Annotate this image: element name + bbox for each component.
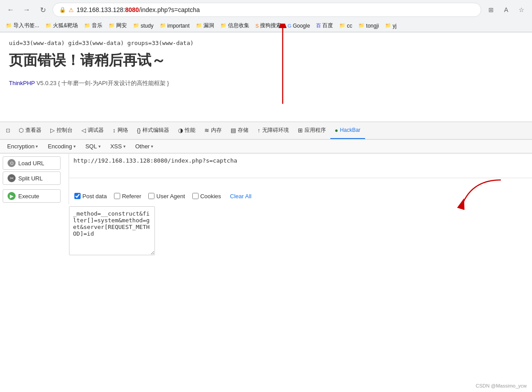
tab-storage[interactable]: ▤ 存储 xyxy=(226,122,253,139)
devtools-bar: ⊡ ⬡ 查看器 ▷ 控制台 ◁ 调试器 ↕ 网络 {} 样式编辑器 ◑ 性能 ≋… xyxy=(0,122,532,139)
option-cookies[interactable]: Cookies xyxy=(192,193,221,200)
bookmark-netsec[interactable]: 📁 网安 xyxy=(106,21,129,30)
load-url-button[interactable]: ⊙ Load URL xyxy=(3,156,61,170)
page-framework-info: ThinkPHP V5.0.23 { 十年磨一剑-为API开发设计的高性能框架 … xyxy=(9,79,523,87)
option-referer[interactable]: Referer xyxy=(114,193,141,200)
folder-icon-3: 📁 xyxy=(84,23,90,29)
folder-icon-2: 📁 xyxy=(45,23,52,29)
debugger-icon: ◁ xyxy=(81,127,86,134)
hackbar-left-buttons: ⊙ Load URL ✂ Split URL xyxy=(0,154,69,188)
hackbar-menu: Encryption ▾ Encoding ▾ SQL ▾ XSS ▾ Othe… xyxy=(0,140,532,153)
tab-debugger[interactable]: ◁ 调试器 xyxy=(77,122,108,139)
hackbar-icon: ● xyxy=(335,127,338,134)
bookmark-study[interactable]: 📁 study xyxy=(131,22,156,30)
url-port: 8080 xyxy=(125,6,139,13)
folder-icon-5: 📁 xyxy=(133,23,139,29)
bookmark-baidu[interactable]: 百 百度 xyxy=(314,21,335,30)
menu-other[interactable]: Other ▾ xyxy=(132,142,157,151)
console-icon: ▷ xyxy=(50,127,55,134)
error-info: uid=33(www-data) gid=33(www-data) groups… xyxy=(9,40,523,46)
bookmark-info[interactable]: 📁 信息收集 xyxy=(218,21,252,30)
baidu-icon: 百 xyxy=(316,22,321,29)
performance-icon: ◑ xyxy=(178,127,183,134)
post-data-area xyxy=(69,204,532,259)
split-url-button[interactable]: ✂ Split URL xyxy=(3,172,61,185)
post-spacer xyxy=(0,204,69,259)
forward-button[interactable]: → xyxy=(20,4,33,16)
storage-icon: ▤ xyxy=(231,127,236,134)
folder-icon-7: 📁 xyxy=(196,23,202,29)
folder-icon-4: 📁 xyxy=(109,23,115,29)
bookmark-important[interactable]: 📁 important xyxy=(158,22,192,30)
menu-xss[interactable]: XSS ▾ xyxy=(107,142,129,151)
menu-encoding[interactable]: Encoding ▾ xyxy=(44,142,79,151)
bookmark-yj[interactable]: 📁 yj xyxy=(383,22,399,30)
url-text: 192.168.133.128:8080/index.php?s=captcha xyxy=(77,6,475,13)
bookmark-google[interactable]: G Google xyxy=(285,22,312,30)
bookmark-import[interactable]: 📁 导入书签... xyxy=(4,21,41,30)
tab-memory[interactable]: ≋ 内存 xyxy=(200,122,226,139)
red-arrow-up xyxy=(276,24,289,114)
other-dropdown-icon: ▾ xyxy=(151,144,153,149)
url-input[interactable] xyxy=(69,154,532,178)
user-agent-checkbox[interactable] xyxy=(148,193,154,199)
hackbar-url-wrapper: ⊙ Load URL ✂ Split URL xyxy=(0,153,532,188)
address-bar[interactable]: 🔒 ⚠ 192.168.133.128:8080/index.php?s=cap… xyxy=(53,3,481,17)
thinkphp-link[interactable]: ThinkPHP xyxy=(9,80,35,86)
execute-button[interactable]: ▶ Execute xyxy=(3,189,61,203)
watermark: CSDN @Massimo_ycw xyxy=(476,383,527,388)
tab-style-editor[interactable]: {} 样式编辑器 xyxy=(133,122,174,139)
encryption-dropdown-icon: ▾ xyxy=(36,144,38,149)
page-content: uid=33(www-data) gid=33(www-data) groups… xyxy=(0,33,532,122)
bookmark-cc[interactable]: 📁 cc xyxy=(337,22,354,30)
clear-all-button[interactable]: Clear All xyxy=(230,193,252,200)
menu-sql[interactable]: SQL ▾ xyxy=(82,142,104,151)
extensions-button[interactable]: ⊞ xyxy=(485,4,497,16)
menu-encryption[interactable]: Encryption ▾ xyxy=(4,142,41,151)
xss-dropdown-icon: ▾ xyxy=(123,144,126,149)
application-icon: ⊞ xyxy=(298,127,303,134)
hackbar-panel: Encryption ▾ Encoding ▾ SQL ▾ XSS ▾ Othe… xyxy=(0,139,532,259)
folder-icon-9: 📁 xyxy=(339,23,345,29)
memory-icon: ≋ xyxy=(204,127,209,134)
post-data-input[interactable] xyxy=(69,206,155,255)
folder-icon-10: 📁 xyxy=(358,23,365,29)
folder-icon-8: 📁 xyxy=(220,23,227,29)
encoding-dropdown-icon: ▾ xyxy=(73,144,76,149)
option-post-data[interactable]: Post data xyxy=(74,193,107,200)
option-user-agent[interactable]: User Agent xyxy=(148,193,185,200)
bookmark-button[interactable]: ☆ xyxy=(515,4,528,16)
execute-btn-area: ▶ Execute xyxy=(0,188,69,204)
browser-chrome: ← → ↻ 🔒 ⚠ 192.168.133.128:8080/index.php… xyxy=(0,0,532,33)
arrow-svg-up xyxy=(276,24,289,113)
hackbar-options: Post data Referer User Agent Cookies Cle… xyxy=(69,190,532,202)
warning-icon: ⚠ xyxy=(69,7,74,13)
referer-checkbox[interactable] xyxy=(114,193,120,199)
translate-button[interactable]: A xyxy=(500,4,512,16)
bookmark-vuln[interactable]: 📁 漏洞 xyxy=(194,21,216,30)
cookies-checkbox[interactable] xyxy=(192,193,199,199)
hackbar-options-row: ▶ Execute Post data Referer User Agent C… xyxy=(0,188,532,204)
tab-hackbar[interactable]: ● HackBar xyxy=(330,122,365,139)
sougou-icon: S xyxy=(256,23,259,29)
devtools-responsive-button[interactable]: ⊡ xyxy=(2,124,14,137)
bookmark-music[interactable]: 📁 音乐 xyxy=(82,21,105,30)
security-icon: 🔒 xyxy=(59,7,66,13)
reload-button[interactable]: ↻ xyxy=(37,4,49,16)
nav-bar: ← → ↻ 🔒 ⚠ 192.168.133.128:8080/index.php… xyxy=(0,0,532,20)
tab-application[interactable]: ⊞ 应用程序 xyxy=(293,122,330,139)
tab-network[interactable]: ↕ 网络 xyxy=(108,122,133,139)
bookmarks-bar: 📁 导入书签... 📁 火狐&靶场 📁 音乐 📁 网安 📁 study 📁 im… xyxy=(0,20,532,32)
bookmark-tongji[interactable]: 📁 tongji xyxy=(356,22,381,30)
bookmark-firefox[interactable]: 📁 火狐&靶场 xyxy=(43,21,80,30)
split-url-icon: ✂ xyxy=(8,174,16,182)
back-button[interactable]: ← xyxy=(4,4,17,16)
tab-performance[interactable]: ◑ 性能 xyxy=(174,122,200,139)
tab-accessibility[interactable]: ↑ 无障碍环境 xyxy=(253,122,293,139)
inspector-icon: ⬡ xyxy=(19,127,24,134)
tab-inspector[interactable]: ⬡ 查看器 xyxy=(14,122,46,139)
tab-console[interactable]: ▷ 控制台 xyxy=(46,122,77,139)
sql-dropdown-icon: ▾ xyxy=(98,144,101,149)
post-data-checkbox[interactable] xyxy=(74,193,81,199)
style-icon: {} xyxy=(137,127,141,134)
